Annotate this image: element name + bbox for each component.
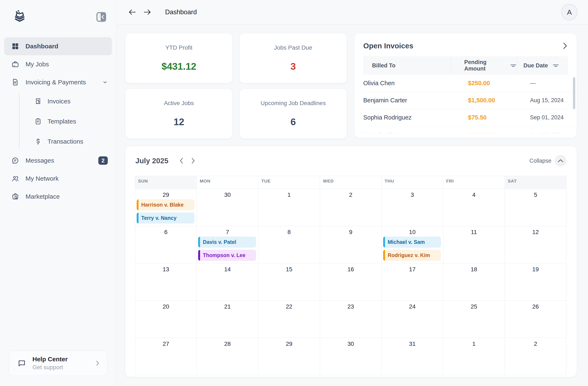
day-number: 7 [197, 226, 258, 236]
invoice-row[interactable]: Liam Goldberg$3,200.00Aug 20, 2024 [363, 126, 577, 138]
day-header-wed: WED [320, 176, 381, 189]
sidebar-item-label: Invoices [47, 98, 70, 105]
calendar-day-cell[interactable]: 1 [258, 189, 320, 226]
calendar-day-cell[interactable]: 22 [258, 300, 320, 338]
calendar-day-cell[interactable]: 30 [196, 189, 258, 226]
stat-card[interactable]: Upcoming Job Deadlines6 [239, 88, 347, 139]
chevron-right-icon[interactable] [563, 42, 567, 50]
calendar-day-cell[interactable]: 1 [443, 338, 504, 375]
next-month-icon[interactable] [189, 157, 197, 165]
event-color-bar [383, 250, 385, 261]
day-number: 15 [258, 263, 320, 274]
page-title: Dashboard [165, 8, 197, 16]
calendar-day-cell[interactable]: 29Harrison v. BlakeTerry v. Nancy [135, 189, 196, 226]
forward-arrow-icon[interactable] [143, 7, 152, 17]
clipboard-icon [35, 118, 42, 125]
calendar-day-cell[interactable]: 16 [320, 263, 381, 300]
calendar-week-row: 272829303112 [135, 338, 566, 375]
calendar-day-cell[interactable]: 25 [443, 300, 504, 338]
calendar-day-cell[interactable]: 13 [135, 263, 196, 300]
calendar-day-cell[interactable]: 31 [381, 338, 443, 375]
stat-card[interactable]: Active Jobs12 [125, 88, 233, 139]
invoice-row[interactable]: Olivia Chen$250.00— [363, 75, 577, 92]
calendar-event[interactable]: Michael v. Sam [383, 236, 441, 248]
sidebar-collapse-icon[interactable] [96, 12, 106, 22]
stat-card[interactable]: Jobs Past Due3 [239, 33, 347, 83]
calendar-day-cell[interactable]: 10Michael v. SamRodriguez v. Kim [381, 226, 443, 263]
invoice-pending-amount: $250.00 [455, 80, 523, 87]
event-color-bar [137, 199, 139, 210]
event-color-bar [198, 250, 200, 261]
calendar-day-cell[interactable]: 8 [258, 226, 320, 263]
invoice-billed-to: Benjamin Carter [363, 97, 455, 104]
sidebar-item-invoices[interactable]: Invoices [19, 91, 112, 111]
invoices-rows: Olivia Chen$250.00—Benjamin Carter$1,500… [363, 75, 577, 138]
dollar-icon [35, 138, 42, 145]
calendar-event[interactable]: Terry v. Nancy [137, 213, 194, 224]
sidebar-item-label: Marketplace [25, 193, 60, 200]
column-pending-amount: Pending Amount [451, 56, 517, 75]
calendar-event[interactable]: Davis v. Patel [198, 236, 256, 248]
calendar-day-cell[interactable]: 18 [443, 263, 504, 300]
sidebar-item-my-jobs[interactable]: My Jobs [4, 55, 112, 73]
chat-bubble-icon [11, 157, 19, 164]
calendar-panel: July 2025 Collapse SUNMONTU [125, 146, 577, 377]
calendar-day-cell[interactable]: 23 [320, 300, 381, 338]
sidebar-item-messages[interactable]: Messages 2 [4, 151, 112, 170]
stat-card[interactable]: YTD Profit$431.12 [125, 33, 233, 83]
calendar-day-cell[interactable]: 20 [135, 300, 196, 338]
calendar-event[interactable]: Thompson v. Lee [198, 250, 256, 261]
calendar-day-cell[interactable]: 29 [258, 338, 320, 375]
scrollbar-thumb[interactable] [573, 77, 575, 109]
calendar-event[interactable]: Rodriguez v. Kim [383, 250, 441, 261]
calendar-day-cell[interactable]: 4 [443, 189, 504, 226]
event-label: Terry v. Nancy [139, 215, 177, 221]
calendar-event[interactable]: Harrison v. Blake [137, 199, 194, 210]
chevron-right-icon [95, 360, 100, 366]
calendar-day-cell[interactable]: 7Davis v. PatelThompson v. Lee [196, 226, 258, 263]
calendar-day-cell[interactable]: 28 [196, 338, 258, 375]
chevron-down-icon[interactable] [102, 80, 108, 85]
sidebar-item-transactions[interactable]: Transactions [19, 131, 112, 151]
calendar-day-cell[interactable]: 2 [320, 189, 381, 226]
calendar-day-cell[interactable]: 9 [320, 226, 381, 263]
calendar-day-cell[interactable]: 5 [505, 189, 566, 226]
avatar[interactable]: A [561, 4, 578, 20]
calendar-day-cell[interactable]: 11 [443, 226, 504, 263]
calendar-day-cell[interactable]: 30 [320, 338, 381, 375]
calendar-day-cell[interactable]: 12 [505, 226, 566, 263]
calendar-day-cell[interactable]: 15 [258, 263, 320, 300]
sidebar-item-marketplace[interactable]: Marketplace [4, 188, 112, 206]
sidebar-item-invoicing-payments[interactable]: Invoicing & Payments [4, 73, 112, 91]
filter-icon[interactable] [553, 64, 559, 68]
calendar-day-cell[interactable]: 19 [505, 263, 566, 300]
calendar-day-cell[interactable]: 21 [196, 300, 258, 338]
stat-value: 3 [291, 61, 296, 72]
calendar-collapse-button[interactable]: Collapse [529, 155, 567, 167]
calendar-day-cell[interactable]: 2 [505, 338, 566, 375]
event-label: Thompson v. Lee [200, 252, 246, 258]
day-number: 23 [320, 300, 381, 311]
calendar-day-cell[interactable]: 24 [381, 300, 443, 338]
calendar-day-cell[interactable]: 27 [135, 338, 196, 375]
calendar-day-cell[interactable]: 6 [135, 226, 196, 263]
prev-month-icon[interactable] [178, 157, 185, 165]
invoice-billed-to: Liam Goldberg [363, 131, 455, 138]
sidebar-nav: Dashboard My Jobs Invoicing & Payments I… [4, 37, 112, 206]
sidebar-item-my-network[interactable]: My Network [4, 170, 112, 188]
invoice-row[interactable]: Sophia Rodriguez$75.50Sep 01, 2024 [363, 109, 577, 126]
help-center-card[interactable]: Help Center Get support [9, 350, 107, 376]
day-number: 28 [197, 338, 258, 348]
invoice-row[interactable]: Benjamin Carter$1,500.00Aug 15, 2024 [363, 92, 577, 109]
calendar-day-cell[interactable]: 17 [381, 263, 443, 300]
calendar-day-cell[interactable]: 14 [196, 263, 258, 300]
help-center-subtitle: Get support [32, 364, 89, 371]
day-number: 30 [320, 338, 381, 348]
calendar-day-cell[interactable]: 26 [505, 300, 566, 338]
back-arrow-icon[interactable] [127, 7, 137, 17]
sidebar-item-templates[interactable]: Templates [19, 111, 112, 131]
calendar-day-cell[interactable]: 3 [381, 189, 443, 226]
sidebar-header [4, 0, 112, 31]
filter-icon[interactable] [510, 64, 516, 68]
sidebar-item-dashboard[interactable]: Dashboard [4, 37, 112, 55]
